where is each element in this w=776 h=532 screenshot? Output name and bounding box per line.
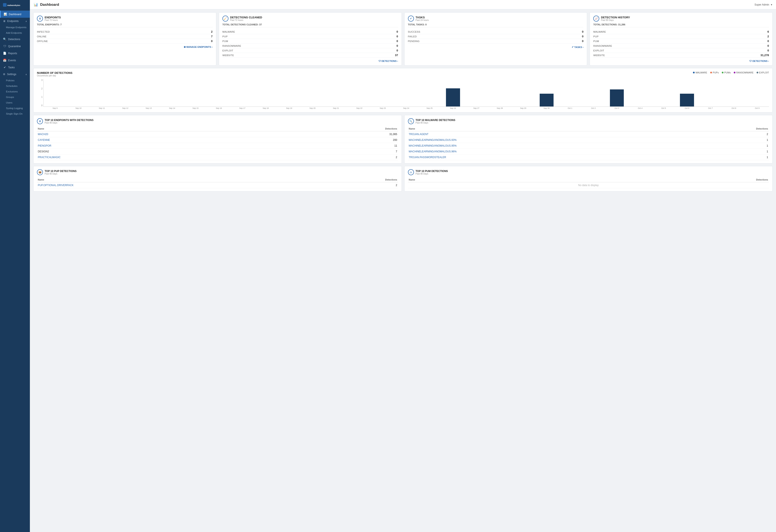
- top10-malware-card: 🔍 TOP 10 MALWARE DETECTIONS Past 90 Days…: [404, 115, 773, 164]
- sidebar-item-groups[interactable]: Groups: [0, 94, 30, 100]
- table-row: PIENGPOR11: [37, 143, 398, 149]
- detections-link[interactable]: 🛡 DETECTIONS ›: [379, 60, 398, 62]
- sidebar-item-exclusions[interactable]: Exclusions: [0, 89, 30, 94]
- endpoints-total: TOTAL ENDPOINTS: 7: [37, 23, 213, 27]
- sidebar-item-dashboard[interactable]: 📊 Dashboard: [0, 11, 30, 18]
- x-axis-label: Oct 8: [722, 107, 746, 109]
- malware-detections-cell: 1: [691, 155, 769, 160]
- x-axis-label: Oct 9: [746, 107, 769, 109]
- topbar: 📊 Dashboard Super Admin ▾: [30, 0, 776, 9]
- legend-malware[interactable]: MALWARE: [693, 71, 707, 74]
- malware-name-cell[interactable]: MACHINELEARNING/ANOMALOUS.93%: [408, 137, 691, 143]
- chart-bar-group: [652, 79, 675, 106]
- sidebar-item-syslog-logging[interactable]: Syslog Logging: [0, 105, 30, 111]
- detections-cleaned-title: DETECTIONS CLEANED: [230, 16, 262, 19]
- endpoint-name-cell[interactable]: PRACTICALMAGIC: [37, 155, 268, 160]
- detection-history-icon: 📈: [593, 16, 599, 22]
- top10-endpoints-header: 🖥 TOP 10 ENDPOINTS WITH DETECTIONS Past …: [37, 118, 398, 124]
- chart-bar: [680, 94, 694, 106]
- pup-name-cell[interactable]: PUP.OPTIONAL.DRIVERPACK: [37, 182, 301, 188]
- malware-name-cell[interactable]: TROJAN.AGENT: [408, 131, 691, 137]
- col-detections-header: Detections: [268, 126, 398, 131]
- endpoints-card: 🖥 ENDPOINTS Past 72 hours TOTAL ENDPOINT…: [33, 12, 216, 65]
- main-content: 📊 Dashboard Super Admin ▾ 🖥 ENDPOINTS Pa…: [30, 0, 776, 532]
- sidebar-item-quarantine[interactable]: 🛡 Quarantine: [0, 43, 30, 50]
- x-axis-label: Sep 14: [160, 107, 184, 109]
- endpoint-name-cell[interactable]: CAYENNE: [37, 137, 268, 143]
- endpoints-card-subtitle: Past 72 hours: [45, 19, 61, 21]
- dc-exploit-row: EXPLOIT 0: [222, 48, 398, 53]
- chart-bar: [610, 89, 624, 106]
- sidebar-item-single-sign-on[interactable]: Single Sign-On: [0, 111, 30, 116]
- sidebar-item-detections[interactable]: 🔍 Detections: [0, 36, 30, 43]
- sidebar-item-users[interactable]: Users: [0, 100, 30, 105]
- events-icon: 📅: [3, 59, 6, 62]
- detection-history-header: 📈 DETECTION HISTORY Past 90 Days: [593, 16, 769, 22]
- endpoints-card-header: 🖥 ENDPOINTS Past 72 hours: [37, 16, 213, 22]
- x-axis-label: Sep 16: [207, 107, 230, 109]
- top10-malware-icon: 🔍: [408, 118, 414, 124]
- user-chevron[interactable]: ▾: [771, 3, 772, 6]
- legend-pums[interactable]: PUMs: [722, 71, 731, 74]
- sidebar-parent-settings[interactable]: ⚙ Settings ∧: [0, 71, 30, 78]
- top10-pum-icon: 🗂: [408, 169, 414, 175]
- settings-icon: ⚙: [3, 73, 5, 76]
- detections-cleaned-header: 🧹 DETECTIONS CLEANED Past 72 hours: [222, 16, 398, 22]
- detections-cleaned-footer: 🛡 DETECTIONS ›: [222, 60, 398, 62]
- x-axis-label: Sep 22: [348, 107, 371, 109]
- chart-bar-group: [605, 79, 629, 106]
- legend-exploit[interactable]: EXPLOIT: [757, 71, 769, 74]
- endpoint-name-cell[interactable]: MACH20: [37, 131, 268, 137]
- manage-endpoints-link[interactable]: 🖥 MANAGE ENDPOINTS ›: [183, 46, 213, 48]
- endpoint-detections-cell: 11: [268, 143, 398, 149]
- sidebar-parent-endpoints[interactable]: 🖥 Endpoints ∧: [0, 18, 30, 25]
- dc-pup-row: PUP 0: [222, 34, 398, 39]
- sidebar-item-reports[interactable]: 📄 Reports: [0, 50, 30, 57]
- sidebar-item-policies[interactable]: Policies: [0, 78, 30, 83]
- topbar-left: 📊 Dashboard: [34, 3, 59, 7]
- legend-pups[interactable]: PUPs: [710, 71, 719, 74]
- detections-cleaned-total: TOTAL DETECTIONS CLEANED: 37: [222, 23, 398, 27]
- top10-pup-title: TOP 10 PUP DETECTIONS: [45, 170, 76, 173]
- x-axis-label: Oct 1: [558, 107, 582, 109]
- dashboard-icon: 📊: [4, 13, 7, 16]
- chart-header: NUMBER OF DETECTIONS Occurences per day …: [37, 71, 769, 77]
- malware-name-cell[interactable]: MACHINELEARNING/ANOMALOUS.95%: [408, 143, 691, 149]
- dh-exploit-row: EXPLOIT 0: [593, 48, 769, 53]
- sidebar-item-add-endpoints[interactable]: Add Endpoints: [0, 30, 30, 36]
- x-axis-label: Sep 23: [371, 107, 394, 109]
- sidebar-item-tasks[interactable]: ✔ Tasks: [0, 64, 30, 71]
- x-axis-label: Sep 29: [512, 107, 535, 109]
- malware-name-cell[interactable]: MACHINELEARNING/ANOMALOUS.96%: [408, 149, 691, 155]
- detection-history-link[interactable]: 🛡 DETECTIONS ›: [749, 60, 769, 62]
- pup-detections-cell: 2: [301, 182, 398, 188]
- chart-bar-group: [67, 79, 90, 106]
- legend-pups-dot: [710, 72, 712, 73]
- dh-ransomware-row: RANSOMWARE 0: [593, 43, 769, 48]
- endpoint-detections-cell: 7: [268, 149, 398, 155]
- sidebar-item-events[interactable]: 📅 Events: [0, 57, 30, 64]
- sidebar-item-manage-endpoints[interactable]: Manage Endpoints: [0, 25, 30, 30]
- chart-bar-group: [184, 79, 207, 106]
- x-axis-label: Sep 25: [418, 107, 441, 109]
- top10-pum-card: 🗂 TOP 10 PUM DETECTIONS Past 90 Days Nam…: [404, 166, 773, 192]
- sidebar-item-schedules[interactable]: Schedules: [0, 83, 30, 89]
- top10-pup-card: 📦 TOP 10 PUP DETECTIONS Past 90 Days Nam…: [33, 166, 402, 192]
- legend-ransomware[interactable]: RANSOMWARE: [734, 71, 754, 74]
- chart-bar-group: [628, 79, 652, 106]
- chart-bar-group: [90, 79, 114, 106]
- tasks-link[interactable]: ✔ TASKS ›: [572, 46, 583, 48]
- endpoint-name-cell: DESIGN2: [37, 149, 268, 155]
- x-axis-label: Sep 18: [254, 107, 277, 109]
- endpoint-name-cell[interactable]: PIENGPOR: [37, 143, 268, 149]
- chart-bar-group: [441, 79, 465, 106]
- chart-bar-group: [394, 79, 418, 106]
- chart-bar-group: [207, 79, 231, 106]
- x-axis-label: Sep 12: [114, 107, 137, 109]
- settings-chevron: ∧: [25, 73, 27, 75]
- x-axis-label: Oct 6: [675, 107, 699, 109]
- chart-bar-group: [277, 79, 301, 106]
- detection-history-card: 📈 DETECTION HISTORY Past 90 Days TOTAL D…: [590, 12, 773, 65]
- malware-name-cell[interactable]: TROJAN.PASSWORDSTEALER: [408, 155, 691, 160]
- top10-pum-table: Name Detections No data to display: [408, 177, 769, 188]
